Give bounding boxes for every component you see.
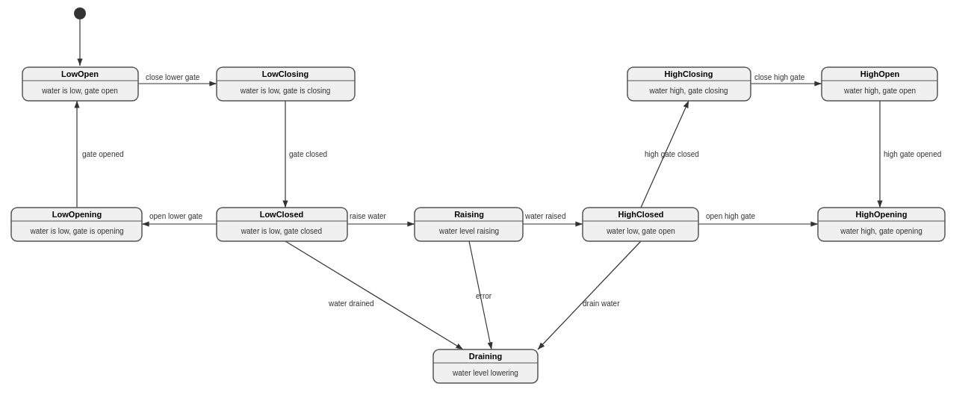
sub-lowclosed: water is low, gate closed <box>241 227 322 235</box>
label-lowclosed-raising: raise water <box>350 212 387 220</box>
arrow-highclosed-draining <box>538 241 641 349</box>
title-lowopen: LowOpen <box>61 69 99 78</box>
sub-highopen: water high, gate open <box>843 87 916 95</box>
title-draining: Draining <box>469 352 503 361</box>
label-lowclosed-lowopening: open lower gate <box>149 212 203 220</box>
title-highopen: HighOpen <box>860 69 900 78</box>
title-highclosed: HighClosed <box>618 210 663 219</box>
label-raising-highclosed: water raised <box>524 212 565 220</box>
label-highclosed-draining: drain water <box>583 299 620 308</box>
title-raising: Raising <box>454 210 484 219</box>
sub-highclosed: water low, gate open <box>606 227 675 235</box>
sub-highopening: water high, gate opening <box>840 227 922 235</box>
label-highopen-highopening: high gate opened <box>884 150 941 158</box>
sub-highclosing: water high, gate closing <box>648 87 728 95</box>
title-lowclosing: LowClosing <box>262 69 308 78</box>
label-highclosed-highclosing: high gate closed <box>645 150 699 158</box>
label-raising-draining-error: error <box>476 292 492 300</box>
label-lowopen-lowclosing: close lower gate <box>146 73 200 81</box>
sub-draining: water level lowering <box>452 369 518 377</box>
sub-lowopening: water is low, gate is opening <box>29 227 123 235</box>
title-lowopening: LowOpening <box>52 210 102 219</box>
initial-state <box>74 7 86 19</box>
label-lowopening-lowopen: gate opened <box>82 150 124 158</box>
label-highclosed-highopening: open high gate <box>706 212 756 220</box>
sub-lowopen: water is low, gate open <box>41 87 118 95</box>
label-lowclosing-lowclosed: gate closed <box>289 150 327 158</box>
title-highopening: HighOpening <box>855 210 907 219</box>
sub-lowclosing: water is low, gate is closing <box>240 87 331 95</box>
title-highclosing: HighClosing <box>665 69 713 78</box>
label-lowclosed-draining: water drained <box>328 299 374 308</box>
label-highclosing-highopen: close high gate <box>754 73 805 81</box>
title-lowclosed: LowClosed <box>260 210 304 219</box>
arrow-lowclosed-draining <box>285 241 463 349</box>
sub-raising: water level raising <box>438 227 499 235</box>
